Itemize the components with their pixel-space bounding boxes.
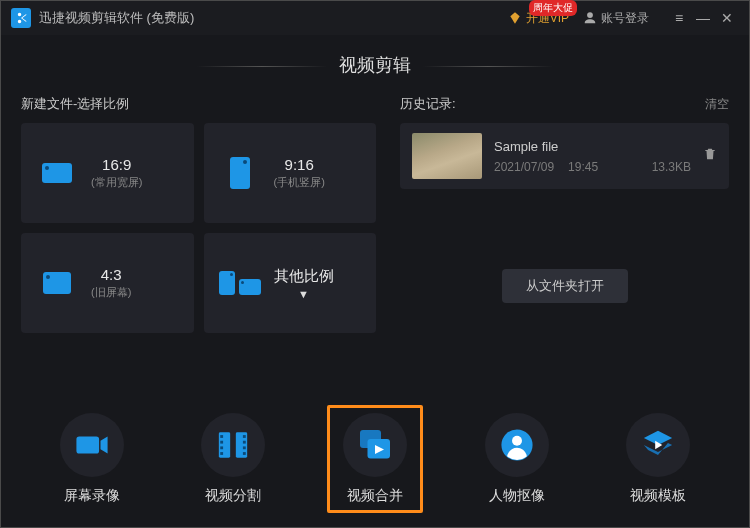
new-file-label: 新建文件-选择比例 [21, 95, 129, 113]
classic-icon [37, 272, 77, 294]
svg-point-13 [512, 436, 522, 446]
login-button[interactable]: 账号登录 [583, 10, 649, 27]
vip-badge: 周年大促 [529, 0, 577, 16]
app-title: 迅捷视频剪辑软件 (免费版) [39, 9, 194, 27]
svg-rect-6 [243, 435, 246, 438]
merge-icon [357, 427, 393, 463]
tool-video-template[interactable]: 视频模板 [610, 405, 706, 513]
person-icon [500, 428, 534, 462]
history-thumbnail [412, 133, 482, 179]
open-folder-button[interactable]: 从文件夹打开 [502, 269, 628, 303]
history-item[interactable]: Sample file 2021/07/09 19:45 13.3KB [400, 123, 729, 189]
history-time: 19:45 [568, 160, 598, 174]
clear-history-button[interactable]: 清空 [705, 96, 729, 113]
tool-portrait-matting[interactable]: 人物抠像 [469, 405, 565, 513]
history-date: 2021/07/09 [494, 160, 554, 174]
tool-video-merge[interactable]: 视频合并 [327, 405, 423, 513]
svg-rect-3 [221, 441, 224, 444]
other-ratio-icon [220, 271, 260, 295]
ratio-other[interactable]: 其他比例 ▼ [204, 233, 377, 333]
svg-rect-9 [243, 452, 246, 455]
portrait-icon [220, 157, 260, 189]
layers-icon [641, 428, 675, 462]
page-title: 视频剪辑 [21, 53, 729, 77]
history-label: 历史记录: [400, 95, 456, 113]
history-file-name: Sample file [494, 139, 691, 154]
titlebar: 迅捷视频剪辑软件 (免费版) 周年大促 开通VIP 账号登录 ≡ — ✕ [1, 1, 749, 35]
ratio-9-16[interactable]: 9:16 (手机竖屏) [204, 123, 377, 223]
svg-rect-4 [221, 446, 224, 449]
tool-video-split[interactable]: 视频分割 [185, 405, 281, 513]
svg-rect-7 [243, 441, 246, 444]
minimize-button[interactable]: — [691, 10, 715, 26]
tool-screen-record[interactable]: 屏幕录像 [44, 405, 140, 513]
svg-rect-5 [221, 452, 224, 455]
vip-button[interactable]: 周年大促 开通VIP [508, 10, 569, 27]
diamond-icon [508, 11, 522, 25]
history-size: 13.3KB [652, 160, 691, 174]
trash-icon[interactable] [703, 147, 717, 165]
close-button[interactable]: ✕ [715, 10, 739, 26]
menu-button[interactable]: ≡ [667, 10, 691, 26]
user-icon [583, 11, 597, 25]
landscape-icon [37, 163, 77, 183]
camera-icon [75, 428, 109, 462]
ratio-4-3[interactable]: 4:3 (旧屏幕) [21, 233, 194, 333]
app-icon [11, 8, 31, 28]
svg-rect-8 [243, 446, 246, 449]
chevron-down-icon: ▼ [274, 288, 334, 300]
ratio-16-9[interactable]: 16:9 (常用宽屏) [21, 123, 194, 223]
tool-row: 屏幕录像 视频分割 视频合并 人物抠像 视频模板 [21, 387, 729, 527]
svg-rect-2 [221, 435, 224, 438]
split-icon [216, 428, 250, 462]
